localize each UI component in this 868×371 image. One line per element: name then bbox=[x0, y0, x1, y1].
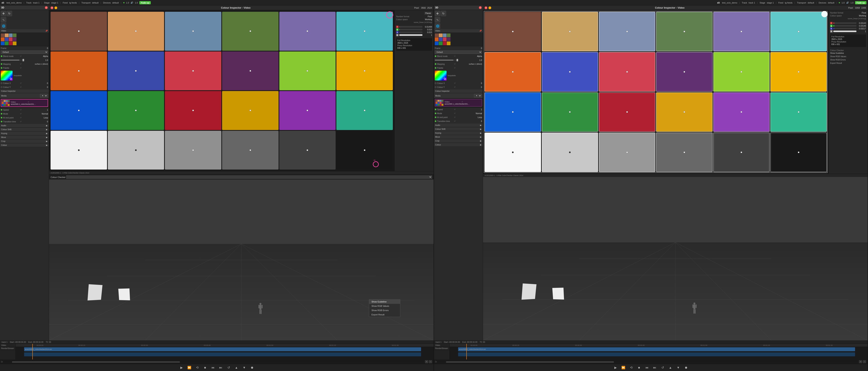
transport-stop-right[interactable]: ■ bbox=[636, 365, 642, 370]
move-section-r[interactable]: Move ▶ bbox=[434, 135, 483, 139]
keying-section[interactable]: Keying ▶ bbox=[0, 132, 49, 135]
colour-inspector-section[interactable]: Colour Inspector bbox=[0, 90, 49, 93]
globe-tool-btn-r[interactable]: 🌐 bbox=[435, 23, 440, 29]
close-btn-right[interactable]: ✕ bbox=[479, 6, 482, 9]
show-guideline-btn-r[interactable]: Show Guideline bbox=[830, 52, 866, 55]
timeline-cursor-left[interactable] bbox=[32, 344, 33, 360]
colour-x-reset[interactable]: ↺ bbox=[20, 82, 22, 85]
colour-x-radio-r[interactable] bbox=[435, 82, 436, 84]
crop-section-left[interactable]: Crop ▶ bbox=[0, 140, 49, 143]
scroll-handle-right[interactable] bbox=[446, 362, 614, 363]
transition-radio[interactable] bbox=[1, 121, 2, 122]
colour-y-reset[interactable]: ↺ bbox=[20, 86, 22, 88]
renderstream-clip-left[interactable] bbox=[24, 352, 421, 356]
at-end-radio[interactable] bbox=[1, 117, 2, 119]
palette-reset-btn[interactable]: ↺ bbox=[20, 67, 22, 69]
media-item-video-r[interactable]: Video ↺ aces2065-1_colorchecker2014.exr bbox=[435, 99, 482, 106]
colour-shift-section-right[interactable]: Colour Shift ▶ bbox=[434, 128, 483, 131]
colour-x-radio[interactable] bbox=[1, 82, 2, 84]
transport-rw-left[interactable]: ⏮ bbox=[210, 365, 216, 370]
timeline-cursor-right[interactable] bbox=[466, 344, 467, 360]
at-end-reset-r[interactable]: ↺ bbox=[454, 116, 456, 119]
media-item-video[interactable]: Video ↺ aces2065-1_colorchecker2014.exr bbox=[1, 99, 48, 107]
ci-min-left[interactable]: − bbox=[55, 6, 57, 9]
transport-loop-left[interactable]: ⟲ bbox=[194, 365, 200, 370]
media-reset-btn[interactable]: ↺ bbox=[27, 101, 30, 103]
video-section-header-r[interactable]: Video 📌 bbox=[434, 29, 483, 33]
close-btn-left[interactable]: ✕ bbox=[45, 6, 48, 9]
blend-radio[interactable] bbox=[1, 56, 2, 57]
colour-shift-section-left[interactable]: Colour Shift ▶ bbox=[0, 128, 49, 131]
transport-up-right[interactable]: ▲ bbox=[668, 365, 673, 370]
default-dropdown-r[interactable]: Default bbox=[435, 50, 482, 54]
export-result-btn-r[interactable]: Export Result bbox=[830, 62, 866, 65]
transport-fw-left[interactable]: ⏭ bbox=[218, 365, 223, 370]
transport-undo-right[interactable]: ↺ bbox=[660, 365, 665, 370]
speed-radio[interactable] bbox=[1, 109, 2, 111]
video-clip-left[interactable]: aces2065-1_colorchecker2014.exr bbox=[24, 347, 421, 351]
scale-tool-btn[interactable]: ⤡ bbox=[1, 17, 6, 23]
colour-inspector-section-r[interactable]: Colour Inspector bbox=[434, 90, 483, 93]
mapping-radio[interactable] bbox=[1, 63, 2, 65]
colour-x-reset-r[interactable]: ↺ bbox=[454, 82, 456, 85]
rotate-tool-btn-r[interactable]: ↻ bbox=[441, 11, 446, 16]
zoom-in-left[interactable]: + bbox=[425, 360, 428, 363]
media-dropdown-r[interactable]: ▼ bbox=[474, 94, 482, 98]
transport-down-left[interactable]: ▼ bbox=[242, 365, 247, 370]
mapping-reset-btn[interactable]: ↺ bbox=[20, 63, 22, 65]
blend-reset-btn[interactable]: ↺ bbox=[20, 55, 22, 57]
move-section[interactable]: Move ▶ bbox=[0, 136, 49, 139]
transport-undo-left[interactable]: ↺ bbox=[226, 365, 231, 370]
colour-y-radio-r[interactable] bbox=[435, 86, 436, 88]
mode-reset[interactable]: ↺ bbox=[20, 112, 22, 115]
transition-reset-r[interactable]: ↺ bbox=[454, 120, 456, 122]
video-clip-right[interactable]: aces2065-1_colorchecker2014.exr bbox=[458, 347, 855, 351]
zoom-out-left[interactable]: − bbox=[429, 360, 432, 363]
fade-up-btn-r[interactable]: Fade up bbox=[855, 1, 866, 4]
transport-fw-right[interactable]: ⏭ bbox=[652, 365, 657, 370]
fade-up-btn[interactable]: Fade up bbox=[140, 1, 151, 4]
audio-section-r[interactable]: Audio ▶ bbox=[434, 124, 483, 127]
transport-up-left[interactable]: ▲ bbox=[234, 365, 239, 370]
ci-min-right[interactable]: − bbox=[489, 6, 491, 9]
speed-radio-r[interactable] bbox=[435, 109, 436, 110]
at-end-reset[interactable]: ↺ bbox=[20, 116, 22, 119]
blend-reset-btn-r[interactable]: ↺ bbox=[454, 55, 456, 57]
cc-dropdown-left[interactable] bbox=[66, 175, 432, 179]
ci-close-right[interactable]: ✕ bbox=[485, 6, 487, 9]
transition-reset[interactable]: ↺ bbox=[20, 121, 22, 123]
show-rgb-errors-btn-r[interactable]: Show RGB Errors bbox=[830, 58, 866, 62]
transport-record-left[interactable]: ⏺ bbox=[249, 365, 255, 370]
export-result-item[interactable]: Export Result bbox=[369, 312, 400, 317]
default-dropdown[interactable]: Default bbox=[1, 50, 48, 54]
transport-play-left[interactable]: ▶ bbox=[179, 365, 184, 370]
crop-section-right[interactable]: Crop ▶ bbox=[434, 139, 483, 143]
transport-loop-right[interactable]: ⟲ bbox=[628, 365, 634, 370]
transport-down-right[interactable]: ▼ bbox=[676, 365, 681, 370]
media-section[interactable]: Media ▼ bbox=[0, 93, 49, 98]
show-rgb-values-item[interactable]: Show RGB Values bbox=[369, 304, 400, 308]
move-tool-btn[interactable]: ✥ bbox=[1, 11, 6, 16]
renderstream-clip-right[interactable] bbox=[458, 352, 855, 356]
transport-ff-left[interactable]: ⏩ bbox=[187, 365, 192, 370]
ci-close-left[interactable]: ✕ bbox=[51, 6, 53, 9]
mapping-radio-r[interactable] bbox=[435, 63, 436, 65]
scale-tool-btn-r[interactable]: ⤡ bbox=[435, 17, 440, 23]
keying-section-r[interactable]: Keying ▶ bbox=[434, 131, 483, 135]
timeline-scroll-right[interactable] bbox=[438, 361, 858, 363]
colour-y-reset-r[interactable]: ↺ bbox=[454, 86, 456, 88]
move-tool-btn-r[interactable]: ✥ bbox=[435, 11, 440, 16]
transition-radio-r[interactable] bbox=[435, 121, 436, 122]
colour-section[interactable]: Colour ▶ bbox=[0, 143, 49, 147]
blend-radio-r[interactable] bbox=[435, 56, 436, 57]
mode-radio-r[interactable] bbox=[435, 112, 436, 114]
mode-radio[interactable] bbox=[1, 113, 2, 114]
scroll-handle-left[interactable] bbox=[12, 362, 180, 363]
transport-rw-right[interactable]: ⏮ bbox=[644, 365, 650, 370]
transport-play-right[interactable]: ▶ bbox=[613, 365, 618, 370]
audio-section[interactable]: Audio ▶ bbox=[0, 124, 49, 128]
show-rgb-errors-item[interactable]: Show RGB Errors bbox=[369, 308, 400, 312]
video-section-header[interactable]: Video 📌 bbox=[0, 29, 49, 33]
mapping-reset-btn-r[interactable]: ↺ bbox=[454, 63, 456, 65]
show-rgb-values-btn-r[interactable]: Show RGB Values bbox=[830, 55, 866, 58]
